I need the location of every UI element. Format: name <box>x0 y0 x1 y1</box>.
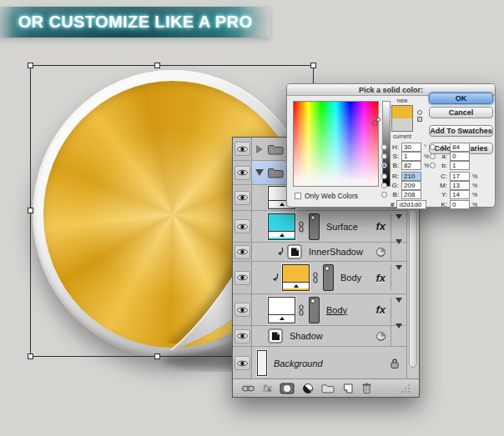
scrollbar-thumb[interactable] <box>409 209 417 368</box>
color-field[interactable] <box>293 101 379 187</box>
panel-resize-grip[interactable] <box>401 383 411 393</box>
layer-name[interactable]: Body <box>340 273 361 283</box>
layer-row-body-bottom[interactable]: Body fx <box>233 294 406 326</box>
red-radio[interactable] <box>381 173 387 179</box>
new-current-swatch[interactable] <box>391 105 413 132</box>
group-folder-icon <box>267 167 284 178</box>
transform-handle-bottom-middle[interactable] <box>154 353 160 359</box>
layer-thumbnail[interactable] <box>268 297 295 323</box>
saturation-radio[interactable] <box>381 153 387 159</box>
web-safe-cube-icon[interactable] <box>417 117 422 122</box>
layer-name[interactable]: Surface <box>326 222 358 232</box>
visibility-eye-icon[interactable] <box>234 142 250 156</box>
blue-radio[interactable] <box>381 192 387 198</box>
layer-style-fx-badge[interactable]: fx <box>375 220 391 233</box>
blue-input[interactable] <box>401 190 421 199</box>
link-mask-icon <box>298 304 305 316</box>
effects-collapse-control[interactable] <box>391 298 406 323</box>
effects-collapse-control[interactable] <box>391 265 406 290</box>
layer-thumbnail[interactable] <box>257 350 267 376</box>
visibility-eye-icon[interactable] <box>234 245 250 259</box>
vector-mask-thumbnail[interactable] <box>309 297 320 323</box>
green-input[interactable] <box>401 181 421 190</box>
yellow-input[interactable] <box>450 190 470 199</box>
visibility-eye-icon[interactable] <box>234 356 250 370</box>
layer-styles-icon[interactable]: fx <box>263 383 272 394</box>
link-mask-icon <box>298 221 305 233</box>
visibility-eye-icon[interactable] <box>234 303 250 317</box>
transform-handle-middle-left[interactable] <box>28 208 33 213</box>
ok-button[interactable]: OK <box>429 93 493 104</box>
current-color-swatch <box>392 118 412 131</box>
add-layer-mask-button[interactable] <box>280 383 295 394</box>
transform-handle-top-left[interactable] <box>28 63 33 68</box>
transform-handle-top-right[interactable] <box>310 63 316 68</box>
visibility-eye-icon[interactable] <box>234 329 250 343</box>
black-input[interactable] <box>450 200 470 209</box>
layer-style-fx-badge[interactable]: fx <box>375 272 391 284</box>
layer-row-surface[interactable]: Surface fx <box>233 211 406 243</box>
visibility-eye-icon[interactable] <box>234 191 250 205</box>
slider-handle-left[interactable] <box>376 118 381 122</box>
visibility-eye-icon[interactable] <box>234 271 250 285</box>
hue-radio[interactable] <box>381 144 387 150</box>
link-layers-icon[interactable] <box>241 384 255 393</box>
lab-l-input[interactable] <box>450 143 470 152</box>
only-web-colors-checkbox[interactable] <box>295 193 301 199</box>
disclosure-right-icon[interactable] <box>256 145 263 153</box>
brightness-input[interactable] <box>401 161 421 170</box>
lab-a-input[interactable] <box>450 152 470 161</box>
brightness-radio[interactable] <box>381 163 387 168</box>
layer-name[interactable]: Body <box>326 305 347 315</box>
layer-style-doc-icon[interactable] <box>268 328 283 343</box>
group-folder-icon <box>267 143 284 155</box>
add-to-swatches-button[interactable]: Add To Swatches <box>429 125 493 137</box>
visibility-eye-icon[interactable] <box>234 219 250 233</box>
hex-input[interactable] <box>396 200 426 209</box>
new-color-swatch <box>392 106 412 118</box>
clipping-mask-arrow-icon <box>277 248 285 257</box>
layer-row-body-top[interactable]: Body fx <box>233 262 406 294</box>
new-color-label: new <box>391 98 413 103</box>
new-layer-button[interactable] <box>342 383 354 394</box>
transform-handle-bottom-left[interactable] <box>28 353 33 359</box>
delete-layer-button[interactable] <box>361 382 372 394</box>
layer-style-fx-badge[interactable]: fx <box>375 303 391 316</box>
layer-name[interactable]: InnerShadow <box>309 247 363 257</box>
visibility-eye-icon[interactable] <box>234 166 250 180</box>
effects-collapse-control[interactable] <box>391 214 406 239</box>
new-adjustment-layer-button[interactable] <box>302 383 314 394</box>
layer-thumbnail[interactable] <box>268 213 295 240</box>
effects-collapse-control[interactable] <box>391 239 406 264</box>
vector-mask-thumbnail[interactable] <box>309 213 320 240</box>
only-web-colors-option[interactable]: Only Web Colors <box>295 192 358 200</box>
layer-row-shadow[interactable]: Shadow <box>233 326 406 347</box>
vector-mask-thumbnail[interactable] <box>323 264 334 291</box>
layer-thumbnail[interactable] <box>282 264 310 291</box>
red-input[interactable] <box>401 172 421 181</box>
hue-input[interactable] <box>401 143 421 152</box>
disclosure-down-icon[interactable] <box>255 169 264 176</box>
layer-row-inner-shadow[interactable]: InnerShadow <box>233 243 406 262</box>
lab-b-input[interactable] <box>450 161 470 170</box>
layer-name[interactable]: Background <box>274 358 323 368</box>
layer-row-background[interactable]: Background <box>233 347 406 378</box>
transform-handle-top-middle[interactable] <box>154 63 160 68</box>
out-of-gamut-icon[interactable] <box>417 110 422 115</box>
effects-collapse-control[interactable] <box>391 323 406 348</box>
layer-style-doc-icon[interactable] <box>287 244 302 259</box>
magenta-input[interactable] <box>450 181 470 190</box>
layers-panel-toolbar: fx <box>233 378 419 397</box>
lab-l-radio[interactable] <box>430 144 436 150</box>
lab-b-radio[interactable] <box>430 163 436 168</box>
cyan-input[interactable] <box>450 172 470 181</box>
lab-a-radio[interactable] <box>430 153 436 159</box>
gamut-warning-icons[interactable] <box>417 110 422 122</box>
new-group-button[interactable] <box>321 383 335 393</box>
layer-name[interactable]: Shadow <box>290 331 323 341</box>
only-web-colors-label: Only Web Colors <box>305 192 358 200</box>
green-radio[interactable] <box>381 183 387 188</box>
saturation-input[interactable] <box>401 152 421 161</box>
cancel-button[interactable]: Cancel <box>429 107 493 118</box>
photoshop-workspace: OR CUSTOMIZE LIKE A PRO <box>0 0 504 436</box>
